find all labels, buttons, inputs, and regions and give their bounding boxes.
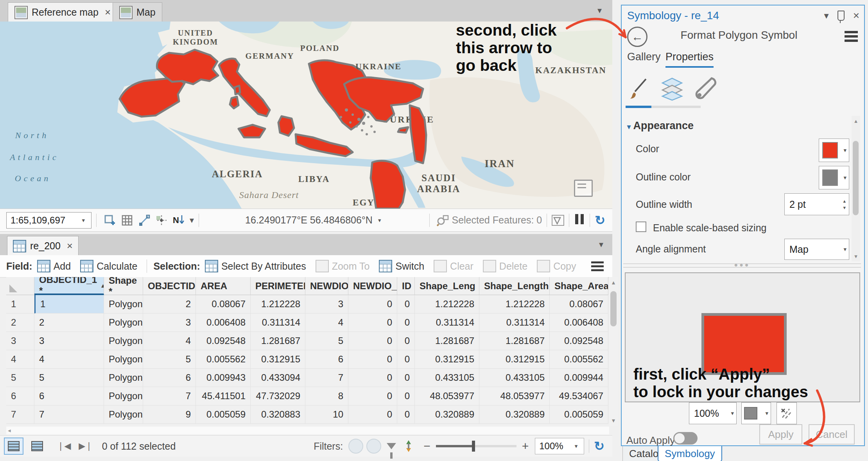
coordinates-readout[interactable]: 16.2490177°E 56.4846806°N ▾	[245, 214, 383, 226]
chevron-down-icon[interactable]: ▾	[597, 5, 602, 16]
cell[interactable]: 49.534067	[550, 387, 608, 405]
column-header[interactable]: Shape *	[104, 277, 143, 295]
cell[interactable]: 0.006408	[196, 313, 251, 332]
row-number[interactable]: 3	[6, 332, 34, 350]
cell[interactable]: 0.08067	[196, 295, 251, 313]
cancel-button[interactable]: Cancel	[809, 424, 855, 445]
cell[interactable]: 6	[143, 369, 196, 387]
cell[interactable]: 0.092548	[196, 332, 251, 350]
table-row[interactable]: 55Polygon60.0099430.4330947000.4331050.4…	[6, 369, 608, 387]
preview-zoom-select[interactable]: 100% ▾	[689, 402, 737, 424]
cell[interactable]: 1.281687	[479, 332, 550, 350]
chevron-down-icon[interactable]: ▾	[824, 10, 829, 21]
close-icon[interactable]: ×	[67, 240, 73, 252]
cell[interactable]: 1.212228	[479, 295, 550, 313]
table-vertical-scrollbar[interactable]: ▴ ▾	[609, 277, 618, 426]
switch-selection-button[interactable]: Switch	[379, 260, 424, 272]
cell[interactable]: 0	[397, 350, 415, 369]
table-row[interactable]: 11Polygon20.080671.2122283001.2122281.21…	[6, 295, 608, 313]
cell[interactable]: Polygon	[104, 387, 143, 405]
select-tool-icon[interactable]	[552, 215, 564, 226]
row-number[interactable]: 6	[6, 387, 34, 405]
row-number[interactable]: 4	[6, 350, 34, 369]
cell[interactable]: 0	[348, 350, 397, 369]
dock-tab-symbology[interactable]: Symbology	[658, 446, 722, 461]
cell[interactable]: 3	[305, 295, 348, 313]
table-view-button[interactable]	[4, 438, 23, 455]
cell[interactable]: 0.311314	[479, 313, 550, 332]
panel-scrollbar[interactable]: ▴ ▾	[852, 116, 860, 261]
table-row[interactable]: 66Polygon745.41150147.73202980048.053977…	[6, 387, 608, 405]
table-row[interactable]: 44Polygon50.0055620.3129156000.3129150.3…	[6, 350, 608, 369]
cell[interactable]: 0	[397, 369, 415, 387]
map-tab-map[interactable]: Map	[113, 2, 162, 22]
cell[interactable]: 0	[348, 387, 397, 405]
cell[interactable]: 0.311314	[251, 313, 305, 332]
cell[interactable]: Polygon	[104, 332, 143, 350]
cell[interactable]: 1.281687	[415, 332, 479, 350]
cell[interactable]: Polygon	[104, 295, 143, 313]
panel-menu-icon[interactable]	[845, 29, 858, 44]
cell[interactable]: 1.212228	[251, 295, 305, 313]
cell[interactable]: 0	[348, 295, 397, 313]
cell[interactable]: 0.312915	[415, 350, 479, 369]
form-view-button[interactable]	[27, 438, 47, 455]
spinner-up-icon[interactable]: ▴	[843, 198, 846, 203]
cell[interactable]: 47.732029	[251, 387, 305, 405]
cell[interactable]: 1.281687	[251, 332, 305, 350]
scale-based-sizing-checkbox[interactable]	[636, 221, 646, 232]
column-header[interactable]: PERIMETER	[251, 277, 305, 295]
select-by-attributes-button[interactable]: Select By Attributes	[205, 260, 306, 272]
cell[interactable]: 0.006408	[550, 313, 608, 332]
cell[interactable]: 0.320883	[251, 405, 305, 424]
calculate-field-button[interactable]: Calculate	[80, 260, 137, 272]
column-header[interactable]: AREA	[196, 277, 251, 295]
table-zoom-select[interactable]: 100% ▾	[535, 438, 584, 454]
snapping-icon[interactable]	[155, 214, 168, 227]
range-filter-icon[interactable]	[366, 439, 381, 454]
delete-selection-button[interactable]: Delete	[483, 260, 527, 272]
table-row[interactable]: 33Polygon40.0925481.2816875001.2816871.2…	[6, 332, 608, 350]
spinner-down-icon[interactable]: ▾	[843, 205, 846, 210]
preview-background-picker[interactable]: ▾	[741, 402, 771, 424]
cell[interactable]: 0.433094	[251, 369, 305, 387]
cell[interactable]: 0.312915	[251, 350, 305, 369]
scale-select[interactable]: 1:65,109,697 ▾	[6, 212, 91, 229]
toggle-overprint-button[interactable]	[777, 402, 797, 424]
tab-properties[interactable]: Properties	[665, 51, 714, 68]
scrollbar-thumb[interactable]	[853, 141, 859, 215]
cell[interactable]: 0.320889	[415, 405, 479, 424]
cell[interactable]: 7	[143, 387, 196, 405]
cell[interactable]: 4	[305, 313, 348, 332]
cell[interactable]: 0	[348, 369, 397, 387]
table-row[interactable]: 22Polygon30.0064080.3113144000.3113140.3…	[6, 313, 608, 332]
cell[interactable]: 1.212228	[415, 295, 479, 313]
cell[interactable]: 0.092548	[550, 332, 608, 350]
row-number[interactable]: 5	[6, 369, 34, 387]
last-record-icon[interactable]: ▶❘	[79, 441, 92, 451]
cell[interactable]: 0.312915	[479, 350, 550, 369]
cell[interactable]: 0.311314	[415, 313, 479, 332]
panel-splitter[interactable]: ●●●	[623, 261, 861, 270]
cell[interactable]: 0.005059	[550, 405, 608, 424]
cell[interactable]: 4	[34, 350, 104, 369]
cell[interactable]: 8	[305, 387, 348, 405]
column-header[interactable]: ID	[397, 277, 415, 295]
sort-arrows-icon[interactable]	[402, 439, 415, 453]
table-tab-re200[interactable]: re_200 ×	[7, 236, 79, 256]
cell[interactable]: 0	[397, 387, 415, 405]
chevron-down-icon[interactable]: ▾	[599, 240, 603, 250]
cell[interactable]: 0.009943	[196, 369, 251, 387]
table-zoom-slider[interactable]	[436, 445, 516, 447]
cell[interactable]: 0	[397, 405, 415, 424]
auto-apply-toggle[interactable]	[673, 432, 698, 445]
cell[interactable]: 0.005059	[196, 405, 251, 424]
outline-width-input[interactable]: 2 pt ▴▾	[784, 193, 849, 215]
cell[interactable]: 0.320889	[479, 405, 550, 424]
row-number[interactable]: 2	[6, 313, 34, 332]
cell[interactable]: 10	[305, 405, 348, 424]
cell[interactable]: Polygon	[104, 369, 143, 387]
cell[interactable]: 9	[143, 405, 196, 424]
zoom-to-button[interactable]: Zoom To	[316, 260, 370, 272]
cell[interactable]: 0	[348, 313, 397, 332]
